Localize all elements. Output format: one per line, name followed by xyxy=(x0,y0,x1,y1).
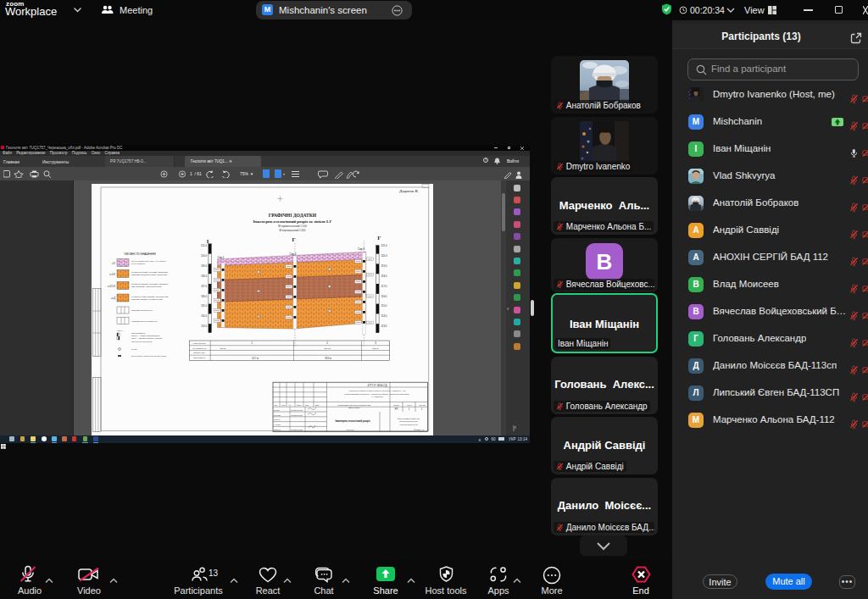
svg-text:Відстань між: Відстань між xyxy=(193,352,204,353)
svg-text:Стефанський: Стефанський xyxy=(291,408,303,410)
svg-text:Інженерно-геологічний розріз: Інженерно-геологічний розріз xyxy=(335,419,370,423)
svg-text:ГРАФІЧНІ ДОДАТКИ: ГРАФІЧНІ ДОДАТКИ xyxy=(268,213,316,218)
svg-text:Подав: Подав xyxy=(274,408,280,410)
svg-text:Свр.2: Свр.2 xyxy=(289,252,296,255)
svg-text:Номер виробки: Номер виробки xyxy=(192,341,206,343)
svg-text:Ґрунт зразу непорушеної структ: Ґрунт зразу непорушеної структури xyxy=(131,355,167,358)
svg-text:118.0: 118.0 xyxy=(201,274,207,277)
svg-text:е-4/1-ІІІ: е-4/1-ІІІ xyxy=(108,284,115,287)
svg-text:е-6 ІІІ: е-6 ІІІ xyxy=(109,272,115,275)
svg-text:Дата: Дата xyxy=(315,404,320,406)
svg-text:порушеної структури: порушеної структури xyxy=(131,340,153,342)
svg-text:вишукувань: вишукувань xyxy=(348,407,360,409)
svg-text:твердий, малий, речозміцнений: твердий, малий, речозміцнений xyxy=(131,297,163,300)
svg-text:+е-Д: +е-Д xyxy=(110,297,115,300)
svg-text:І: І xyxy=(206,238,209,244)
svg-text:Стефанський: Стефанський xyxy=(291,428,303,430)
svg-text:Свр.1: Свр.1 xyxy=(117,330,123,332)
svg-text:РП: РП xyxy=(394,408,398,411)
svg-text:Перевір: Перевір xyxy=(274,413,281,415)
svg-text:М вертикальний 1:200: М вертикальний 1:200 xyxy=(279,229,305,232)
svg-text:119.0: 119.0 xyxy=(201,263,207,267)
svg-text:115.0: 115.0 xyxy=(381,304,387,308)
svg-text:Г: Г xyxy=(292,236,295,242)
svg-text:Н.контр: Н.контр xyxy=(274,424,281,425)
svg-text:113.0: 113.0 xyxy=(381,324,387,328)
svg-text:Затверд: Затверд xyxy=(274,428,281,430)
svg-text:58.9 м: 58.9 м xyxy=(325,356,331,359)
svg-text:4777-ІГ-5656-СД: 4777-ІГ-5656-СД xyxy=(367,383,387,386)
svg-text:136.56: 136.56 xyxy=(220,347,226,350)
svg-text:120.0: 120.0 xyxy=(201,253,207,257)
svg-text:Аркуш: Аркуш xyxy=(406,403,412,405)
svg-text:115.0: 115.0 xyxy=(201,304,207,308)
svg-text:136.63: 136.63 xyxy=(324,347,331,350)
svg-text:120.0: 120.0 xyxy=(381,253,387,257)
svg-text:твердий,слабопросідний, карбон: твердий,слабопросідний, карбонати xyxy=(131,274,168,276)
svg-text:2: 2 xyxy=(326,341,328,345)
svg-text:УМОВНІ ПОЗНАЧЕННЯ: УМОВНІ ПОЗНАЧЕННЯ xyxy=(124,252,156,256)
svg-text:114.0: 114.0 xyxy=(201,314,207,318)
svg-text:116.0: 116.0 xyxy=(201,294,207,297)
svg-text:Розроб: Розроб xyxy=(274,419,281,420)
svg-text:116.0: 116.0 xyxy=(381,294,387,297)
svg-text:ться суглинок: ться суглинок xyxy=(131,263,146,265)
svg-text:с. Жовтневе: с. Жовтневе xyxy=(371,396,383,398)
svg-text:117.0: 117.0 xyxy=(381,284,387,287)
svg-text:Напівтвердої консистенції: Напівтвердої консистенції xyxy=(131,319,157,322)
svg-text:121.0: 121.0 xyxy=(381,244,387,247)
svg-text:Стефанський: Стефанський xyxy=(291,413,303,415)
svg-text:1: 1 xyxy=(408,408,409,411)
svg-text:№док: №док xyxy=(297,404,301,406)
svg-text:Підп: Підп xyxy=(305,404,309,406)
svg-text:Формат А3: Формат А3 xyxy=(414,429,425,431)
svg-text:1: 1 xyxy=(420,408,422,411)
svg-text:117.0: 117.0 xyxy=(201,284,207,287)
svg-text:Абс. відмітка уст.: Абс. відмітка уст. xyxy=(192,347,207,348)
svg-text:114.0: 114.0 xyxy=(381,314,387,318)
svg-text:+1У: +1У xyxy=(111,261,115,264)
svg-text:М горизонтальний 1:100: М горизонтальний 1:100 xyxy=(278,225,307,228)
svg-text:113.0: 113.0 xyxy=(201,324,207,328)
svg-text:60.75: 60.75 xyxy=(131,348,137,351)
svg-text:121.0: 121.0 xyxy=(201,244,207,247)
svg-text:1: 1 xyxy=(251,341,253,345)
svg-text:Свр.3: Свр.3 xyxy=(358,247,364,250)
svg-text:дий котловий, слабопросідний: дий котловий, слабопросідний xyxy=(131,286,162,288)
svg-text:+38(068)5862-08-07: +38(068)5862-08-07 xyxy=(399,423,419,425)
svg-text:Арк: Арк xyxy=(288,404,291,406)
svg-text:Стадія: Стадія xyxy=(393,403,400,405)
svg-text:Додаток К: Додаток К xyxy=(398,189,418,193)
svg-text:Твердий консистенції: Твердий консистенції xyxy=(131,309,153,312)
svg-text:118.0: 118.0 xyxy=(381,274,387,277)
svg-text:Кільк: Кільк xyxy=(281,404,286,406)
svg-text:3: 3 xyxy=(375,341,376,345)
svg-text:розташований за адресою: Черка: розташований за адресою: Черкаська облас… xyxy=(344,392,409,395)
svg-text:І': І' xyxy=(377,235,381,241)
svg-text:Інженерно-геологічний розріз з: Інженерно-геологічний розріз за лінією І… xyxy=(253,219,331,223)
svg-text:Аркушів: Аркушів xyxy=(418,403,426,405)
svg-text:Зм: Зм xyxy=(275,404,277,406)
svg-text:Сторінка: Сторінка xyxy=(346,429,354,430)
svg-text:Свр.1: Свр.1 xyxy=(217,255,224,258)
svg-text:Інженерно-геологічні вишукуван: Інженерно-геологічні вишукування на об'є… xyxy=(348,390,406,392)
svg-text:виробками, м: виробками, м xyxy=(193,357,205,359)
svg-text:55.7 м: 55.7 м xyxy=(252,356,259,359)
svg-text:131.86: 131.86 xyxy=(372,347,379,350)
svg-text:119.0: 119.0 xyxy=(381,263,387,267)
